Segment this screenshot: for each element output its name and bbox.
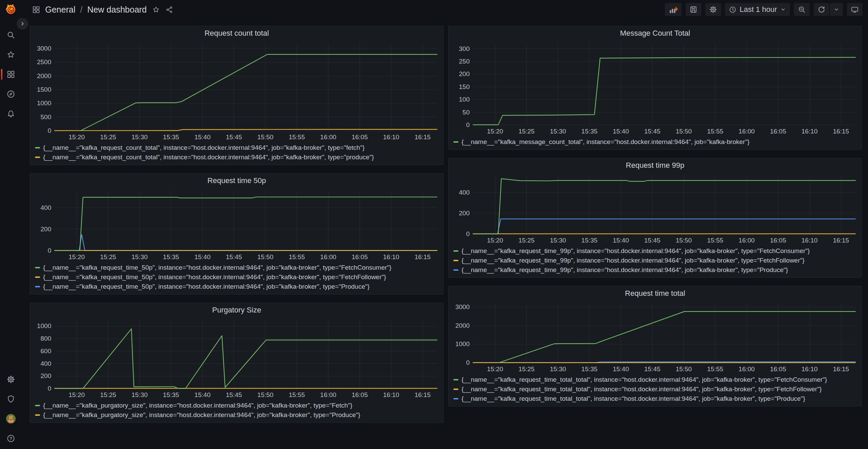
svg-text:16:00: 16:00	[739, 128, 755, 135]
chevron-down-icon	[833, 6, 839, 13]
svg-text:0: 0	[466, 359, 470, 366]
legend-item[interactable]: {__name__="kafka_request_time_total_tota…	[453, 394, 857, 403]
refresh-interval-dropdown[interactable]	[830, 3, 843, 16]
svg-text:3000: 3000	[455, 303, 470, 310]
chevron-right-icon	[19, 21, 25, 27]
svg-text:15:45: 15:45	[226, 253, 242, 261]
legend-item[interactable]: {__name__="kafka_request_count_total", i…	[35, 152, 438, 162]
svg-text:15:55: 15:55	[707, 365, 723, 373]
sidebar-item-alerting[interactable]	[0, 104, 22, 124]
panel-title-text: Purgatory Size	[212, 306, 261, 315]
sidebar-item-help[interactable]: ?	[0, 429, 22, 448]
panel-title[interactable]: Request time 99p	[449, 160, 862, 171]
svg-text:15:45: 15:45	[226, 133, 242, 141]
sidebar-item-configuration[interactable]	[0, 370, 22, 389]
legend-item[interactable]: {__name__="kafka_request_time_50p", inst…	[35, 272, 438, 282]
sidebar-item-user-profile[interactable]	[0, 409, 22, 429]
panel-title[interactable]: Request time total	[449, 288, 862, 299]
panel-title-text: Request time 99p	[626, 161, 684, 170]
svg-text:0: 0	[48, 385, 51, 392]
svg-text:15:40: 15:40	[194, 133, 211, 141]
svg-text:15:45: 15:45	[644, 237, 661, 244]
star-icon	[152, 6, 160, 14]
legend-item[interactable]: {__name__="kafka_request_time_50p", inst…	[35, 282, 438, 291]
time-series-plot[interactable]: 15:2015:2515:3015:3515:4015:4515:5015:55…	[451, 299, 859, 374]
svg-text:400: 400	[40, 360, 51, 367]
time-series-plot[interactable]: 15:2015:2515:3015:3515:4015:4515:5015:55…	[33, 186, 440, 262]
tv-mode-button[interactable]	[847, 3, 863, 16]
time-series-plot[interactable]: 15:2015:2515:3015:3515:4015:4515:5015:55…	[451, 171, 859, 246]
svg-text:1000: 1000	[37, 100, 51, 107]
star-dashboard-button[interactable]	[152, 6, 160, 14]
svg-text:15:50: 15:50	[676, 237, 692, 244]
share-dashboard-button[interactable]	[165, 6, 173, 14]
legend-item[interactable]: {__name__="kafka_request_time_99p", inst…	[453, 256, 857, 265]
panel-title[interactable]: Message Count Total	[449, 28, 862, 39]
series-color-swatch	[35, 157, 40, 158]
time-series-plot[interactable]: 15:2015:2515:3015:3515:4015:4515:5015:55…	[33, 39, 440, 142]
bell-icon	[6, 109, 15, 118]
zoom-out-time-button[interactable]	[794, 3, 810, 16]
legend-item[interactable]: {__name__="kafka_request_time_50p", inst…	[35, 263, 438, 272]
legend-item[interactable]: {__name__="kafka_request_count_total", i…	[35, 143, 438, 152]
legend-item[interactable]: {__name__="kafka_purgatory_size", instan…	[35, 410, 438, 420]
svg-text:16:15: 16:15	[415, 253, 431, 261]
svg-text:15:30: 15:30	[131, 253, 148, 261]
series-color-swatch	[35, 286, 40, 287]
svg-text:15:20: 15:20	[487, 128, 503, 135]
legend-item[interactable]: {__name__="kafka_request_time_total_tota…	[453, 384, 857, 394]
panel-title[interactable]: Request count total	[30, 28, 443, 39]
panel-title[interactable]: Request time 50p	[30, 175, 443, 186]
sidebar-item-starred[interactable]	[0, 45, 22, 65]
grafana-logo[interactable]	[0, 0, 22, 18]
svg-text:2500: 2500	[37, 58, 51, 66]
time-range-picker[interactable]: Last 1 hour	[725, 3, 790, 16]
time-series-plot[interactable]: 15:2015:2515:3015:3515:4015:4515:5015:55…	[33, 316, 440, 400]
sidebar-item-dashboards[interactable]	[0, 65, 22, 84]
magnifier-minus-icon	[798, 5, 806, 14]
legend-item[interactable]: {__name__="kafka_request_time_99p", inst…	[453, 265, 857, 275]
panel-title[interactable]: Purgatory Size	[30, 304, 443, 316]
breadcrumb-dashboard-title[interactable]: New dashboard	[87, 5, 147, 15]
svg-text:16:05: 16:05	[351, 391, 368, 398]
svg-text:15:50: 15:50	[676, 365, 692, 373]
breadcrumb-dashboards-button[interactable]	[32, 5, 40, 14]
save-dashboard-button[interactable]	[686, 3, 701, 16]
svg-text:16:10: 16:10	[383, 253, 399, 261]
series-color-swatch	[35, 405, 40, 406]
gear-icon	[6, 375, 15, 384]
top-header: General / New dashboard	[22, 0, 868, 19]
svg-text:16:10: 16:10	[383, 133, 399, 141]
svg-text:0: 0	[48, 247, 51, 254]
legend-label: {__name__="kafka_message_count_total", i…	[462, 138, 749, 146]
breadcrumb: General / New dashboard	[45, 5, 147, 15]
svg-text:16:15: 16:15	[415, 391, 431, 398]
svg-text:0: 0	[48, 127, 51, 134]
legend-item[interactable]: {__name__="kafka_message_count_total", i…	[453, 137, 857, 147]
series-color-swatch	[35, 276, 40, 278]
svg-text:15:20: 15:20	[69, 133, 85, 141]
dashboard-settings-button[interactable]	[705, 3, 721, 16]
sidebar-item-explore[interactable]	[0, 84, 22, 104]
svg-text:100: 100	[459, 96, 470, 103]
legend-item[interactable]: {__name__="kafka_request_time_total_tota…	[453, 375, 857, 384]
refresh-dashboard-button[interactable]	[814, 3, 829, 16]
svg-text:?: ?	[10, 436, 12, 441]
time-series-plot[interactable]: 15:2015:2515:3015:3515:4015:4515:5015:55…	[451, 39, 859, 137]
legend-item[interactable]: {__name__="kafka_purgatory_size", instan…	[35, 401, 438, 410]
nav-sidebar: ?	[0, 0, 22, 449]
breadcrumb-folder[interactable]: General	[45, 5, 75, 15]
add-panel-button[interactable]	[665, 3, 682, 16]
sidebar-item-server-admin[interactable]	[0, 389, 22, 409]
svg-text:300: 300	[459, 45, 470, 52]
series-color-swatch	[453, 379, 458, 380]
chart-area: 15:2015:2515:3015:3515:4015:4515:5015:55…	[451, 171, 859, 246]
svg-text:400: 400	[459, 189, 470, 196]
legend-item[interactable]: {__name__="kafka_request_time_99p", inst…	[453, 246, 857, 256]
svg-text:15:25: 15:25	[519, 365, 535, 373]
series-color-swatch	[453, 269, 458, 271]
panel-title-text: Request time 50p	[207, 176, 266, 185]
sidebar-expand-button[interactable]	[17, 18, 28, 30]
legend-label: {__name__="kafka_request_time_50p", inst…	[43, 273, 386, 281]
svg-text:16:15: 16:15	[833, 128, 849, 135]
